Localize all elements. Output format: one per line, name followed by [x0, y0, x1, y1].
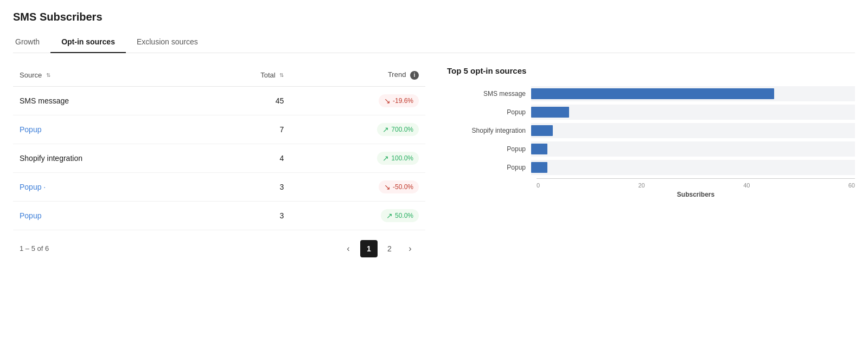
source-link[interactable]: Popup	[20, 125, 41, 134]
bar-fill	[531, 162, 547, 173]
source-link[interactable]: Popup ·	[20, 183, 46, 191]
table-row: Shopify integration4↗100.0%	[13, 144, 425, 172]
table-row: Popup7↗700.0%	[13, 115, 425, 144]
col-header-trend: Trend i	[290, 66, 425, 86]
chart-x-label: Subscribers	[537, 189, 855, 198]
bar-row: SMS message	[447, 86, 855, 101]
bar-track	[531, 86, 855, 101]
bar-track	[531, 141, 855, 157]
total-cell: 45	[201, 86, 291, 115]
trend-info-icon[interactable]: i	[410, 71, 419, 80]
trend-badge: ↗700.0%	[377, 123, 419, 136]
bar-background	[531, 160, 855, 175]
bar-label: Popup	[447, 145, 531, 153]
sort-icon-total: ⇅	[279, 73, 284, 78]
trend-cell: ↗100.0%	[290, 144, 425, 172]
trend-down-arrow-icon: ↘	[384, 96, 391, 105]
trend-value: 50.0%	[395, 212, 413, 219]
trend-badge: ↘-50.0%	[379, 180, 419, 193]
col-header-total[interactable]: Total ⇅	[201, 66, 291, 86]
bar-background	[531, 141, 855, 157]
bar-chart: SMS messagePopupShopify integrationPopup…	[447, 86, 855, 175]
sort-icon-source: ⇅	[46, 73, 50, 78]
total-cell: 4	[201, 144, 291, 172]
bar-track	[531, 160, 855, 175]
trend-value: -19.6%	[393, 97, 413, 105]
main-layout: Source ⇅ Total ⇅ Trend i SMS message45↘-…	[13, 66, 855, 260]
bar-label: SMS message	[447, 90, 531, 98]
page-2-button[interactable]: 2	[381, 240, 398, 257]
trend-badge: ↗50.0%	[381, 209, 419, 222]
trend-up-arrow-icon: ↗	[386, 211, 393, 220]
trend-cell: ↗700.0%	[290, 115, 425, 144]
trend-value: 700.0%	[391, 126, 413, 133]
table-row: Popup3↗50.0%	[13, 201, 425, 230]
axis-ticks: 0 20 40 60	[537, 182, 855, 189]
sources-table: Source ⇅ Total ⇅ Trend i SMS message45↘-…	[13, 66, 425, 230]
tab-growth[interactable]: Growth	[13, 32, 50, 53]
source-cell: Popup	[13, 201, 201, 230]
total-cell: 7	[201, 115, 291, 144]
trend-badge: ↗100.0%	[377, 152, 419, 165]
trend-cell: ↗50.0%	[290, 201, 425, 230]
bar-row: Popup	[447, 105, 855, 120]
table-row: SMS message45↘-19.6%	[13, 86, 425, 115]
source-cell: Popup ·	[13, 172, 201, 201]
total-cell: 3	[201, 172, 291, 201]
trend-badge: ↘-19.6%	[379, 94, 419, 107]
chart-section: Top 5 opt-in sources SMS messagePopupSho…	[447, 66, 855, 260]
trend-cell: ↘-50.0%	[290, 172, 425, 201]
source-cell: Shopify integration	[13, 144, 201, 172]
total-cell: 3	[201, 201, 291, 230]
table-section: Source ⇅ Total ⇅ Trend i SMS message45↘-…	[13, 66, 425, 260]
bar-row: Shopify integration	[447, 123, 855, 138]
pagination-controls: ‹ 1 2 ›	[340, 240, 419, 257]
next-page-button[interactable]: ›	[401, 240, 419, 257]
trend-down-arrow-icon: ↘	[384, 183, 391, 191]
bar-track	[531, 123, 855, 138]
bar-label: Shopify integration	[447, 127, 531, 134]
prev-page-button[interactable]: ‹	[340, 240, 357, 257]
pagination-row: 1 – 5 of 6 ‹ 1 2 ›	[13, 230, 425, 260]
col-header-source[interactable]: Source ⇅	[13, 66, 201, 86]
page-1-button[interactable]: 1	[360, 240, 378, 257]
trend-cell: ↘-19.6%	[290, 86, 425, 115]
source-link[interactable]: Popup	[20, 211, 41, 220]
trend-up-arrow-icon: ↗	[382, 125, 389, 134]
bar-background	[531, 123, 855, 138]
pagination-range: 1 – 5 of 6	[20, 244, 49, 253]
tab-exclusion-sources[interactable]: Exclusion sources	[126, 32, 209, 53]
bar-label: Popup	[447, 108, 531, 116]
trend-value: 100.0%	[391, 154, 413, 162]
bar-background	[531, 105, 855, 120]
bar-fill	[531, 125, 553, 136]
source-cell: SMS message	[13, 86, 201, 115]
bar-fill	[531, 107, 569, 118]
chart-axis: 0 20 40 60	[537, 178, 855, 189]
source-cell: Popup	[13, 115, 201, 144]
trend-value: -50.0%	[393, 183, 413, 191]
bar-track	[531, 105, 855, 120]
page-title: SMS Subscribers	[13, 11, 855, 23]
tab-opt-in-sources[interactable]: Opt-in sources	[50, 32, 126, 53]
bar-row: Popup	[447, 160, 855, 175]
bar-row: Popup	[447, 141, 855, 157]
chart-title: Top 5 opt-in sources	[447, 66, 855, 75]
trend-up-arrow-icon: ↗	[382, 154, 389, 163]
bar-fill	[531, 88, 774, 99]
bar-label: Popup	[447, 164, 531, 171]
tab-bar: Growth Opt-in sources Exclusion sources	[13, 32, 855, 53]
bar-fill	[531, 144, 547, 154]
table-row: Popup ·3↘-50.0%	[13, 172, 425, 201]
